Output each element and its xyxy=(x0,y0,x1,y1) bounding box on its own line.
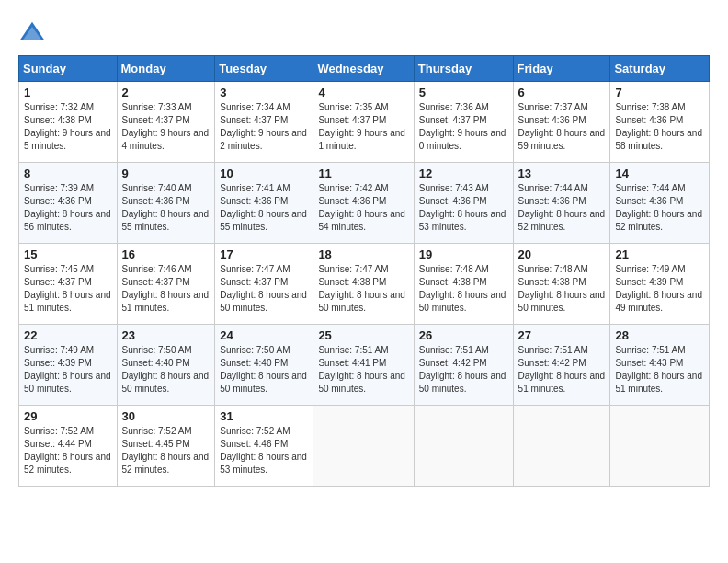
day-number: 30 xyxy=(122,409,210,423)
calendar-cell xyxy=(414,406,513,487)
day-number: 9 xyxy=(122,167,210,180)
day-info: Sunrise: 7:33 AMSunset: 4:37 PMDaylight:… xyxy=(122,102,210,151)
day-info: Sunrise: 7:44 AMSunset: 4:36 PMDaylight:… xyxy=(518,183,606,232)
day-info: Sunrise: 7:38 AMSunset: 4:36 PMDaylight:… xyxy=(615,102,702,151)
day-info: Sunrise: 7:47 AMSunset: 4:38 PMDaylight:… xyxy=(318,264,405,313)
day-number: 31 xyxy=(220,409,308,423)
day-number: 8 xyxy=(24,167,112,180)
week-row-1: 1 Sunrise: 7:32 AMSunset: 4:38 PMDayligh… xyxy=(19,82,710,163)
calendar-cell: 18 Sunrise: 7:47 AMSunset: 4:38 PMDaylig… xyxy=(313,244,414,325)
day-number: 14 xyxy=(615,167,704,180)
day-number: 2 xyxy=(122,86,210,99)
weekday-header-wednesday: Wednesday xyxy=(313,56,414,82)
calendar-cell xyxy=(313,406,414,487)
calendar-cell: 4 Sunrise: 7:35 AMSunset: 4:37 PMDayligh… xyxy=(313,82,414,163)
day-number: 20 xyxy=(518,247,606,261)
calendar-cell: 17 Sunrise: 7:47 AMSunset: 4:37 PMDaylig… xyxy=(215,244,313,325)
day-info: Sunrise: 7:48 AMSunset: 4:38 PMDaylight:… xyxy=(518,264,606,313)
day-info: Sunrise: 7:50 AMSunset: 4:40 PMDaylight:… xyxy=(220,345,307,394)
day-number: 23 xyxy=(122,328,210,342)
calendar-cell: 29 Sunrise: 7:52 AMSunset: 4:44 PMDaylig… xyxy=(19,406,118,487)
day-number: 13 xyxy=(518,167,606,180)
day-info: Sunrise: 7:42 AMSunset: 4:36 PMDaylight:… xyxy=(318,183,405,232)
day-number: 6 xyxy=(518,86,606,99)
calendar-cell: 10 Sunrise: 7:41 AMSunset: 4:36 PMDaylig… xyxy=(215,163,313,244)
day-number: 27 xyxy=(518,328,606,342)
calendar-cell: 23 Sunrise: 7:50 AMSunset: 4:40 PMDaylig… xyxy=(117,325,215,406)
calendar-cell: 12 Sunrise: 7:43 AMSunset: 4:36 PMDaylig… xyxy=(414,163,513,244)
calendar-cell: 28 Sunrise: 7:51 AMSunset: 4:43 PMDaylig… xyxy=(610,325,710,406)
day-info: Sunrise: 7:44 AMSunset: 4:36 PMDaylight:… xyxy=(615,183,702,232)
day-info: Sunrise: 7:36 AMSunset: 4:37 PMDaylight:… xyxy=(419,102,506,151)
calendar-cell: 6 Sunrise: 7:37 AMSunset: 4:36 PMDayligh… xyxy=(513,82,610,163)
day-number: 12 xyxy=(419,167,508,180)
day-info: Sunrise: 7:48 AMSunset: 4:38 PMDaylight:… xyxy=(419,264,506,313)
day-info: Sunrise: 7:49 AMSunset: 4:39 PMDaylight:… xyxy=(24,345,111,394)
week-row-4: 22 Sunrise: 7:49 AMSunset: 4:39 PMDaylig… xyxy=(19,325,710,406)
day-info: Sunrise: 7:46 AMSunset: 4:37 PMDaylight:… xyxy=(122,264,210,313)
day-number: 22 xyxy=(24,328,112,342)
day-number: 24 xyxy=(220,328,308,342)
calendar-cell: 30 Sunrise: 7:52 AMSunset: 4:45 PMDaylig… xyxy=(117,406,215,487)
day-info: Sunrise: 7:39 AMSunset: 4:36 PMDaylight:… xyxy=(24,183,111,232)
day-number: 25 xyxy=(318,328,408,342)
day-number: 26 xyxy=(419,328,508,342)
day-info: Sunrise: 7:51 AMSunset: 4:43 PMDaylight:… xyxy=(615,345,702,394)
weekday-header-thursday: Thursday xyxy=(414,56,513,82)
day-info: Sunrise: 7:35 AMSunset: 4:37 PMDaylight:… xyxy=(318,102,405,151)
day-number: 7 xyxy=(615,86,704,99)
day-number: 3 xyxy=(220,86,308,99)
week-row-3: 15 Sunrise: 7:45 AMSunset: 4:37 PMDaylig… xyxy=(19,244,710,325)
day-number: 1 xyxy=(24,86,112,99)
calendar-cell: 14 Sunrise: 7:44 AMSunset: 4:36 PMDaylig… xyxy=(610,163,710,244)
weekday-header-monday: Monday xyxy=(117,56,215,82)
day-info: Sunrise: 7:32 AMSunset: 4:38 PMDaylight:… xyxy=(24,102,111,151)
calendar-cell: 22 Sunrise: 7:49 AMSunset: 4:39 PMDaylig… xyxy=(19,325,118,406)
day-info: Sunrise: 7:49 AMSunset: 4:39 PMDaylight:… xyxy=(615,264,702,313)
day-number: 4 xyxy=(318,86,408,99)
calendar-cell: 13 Sunrise: 7:44 AMSunset: 4:36 PMDaylig… xyxy=(513,163,610,244)
day-info: Sunrise: 7:37 AMSunset: 4:36 PMDaylight:… xyxy=(518,102,606,151)
calendar-cell: 26 Sunrise: 7:51 AMSunset: 4:42 PMDaylig… xyxy=(414,325,513,406)
day-number: 29 xyxy=(24,409,112,423)
day-number: 11 xyxy=(318,167,408,180)
calendar-cell: 31 Sunrise: 7:52 AMSunset: 4:46 PMDaylig… xyxy=(215,406,313,487)
calendar-cell: 3 Sunrise: 7:34 AMSunset: 4:37 PMDayligh… xyxy=(215,82,313,163)
calendar-table: SundayMondayTuesdayWednesdayThursdayFrid… xyxy=(18,55,710,487)
week-row-2: 8 Sunrise: 7:39 AMSunset: 4:36 PMDayligh… xyxy=(19,163,710,244)
day-info: Sunrise: 7:50 AMSunset: 4:40 PMDaylight:… xyxy=(122,345,210,394)
day-number: 15 xyxy=(24,247,112,261)
calendar-cell: 2 Sunrise: 7:33 AMSunset: 4:37 PMDayligh… xyxy=(117,82,215,163)
calendar-cell: 8 Sunrise: 7:39 AMSunset: 4:36 PMDayligh… xyxy=(19,163,118,244)
calendar-cell: 7 Sunrise: 7:38 AMSunset: 4:36 PMDayligh… xyxy=(610,82,710,163)
weekday-header-row: SundayMondayTuesdayWednesdayThursdayFrid… xyxy=(19,56,710,82)
weekday-header-sunday: Sunday xyxy=(19,56,118,82)
calendar-cell: 1 Sunrise: 7:32 AMSunset: 4:38 PMDayligh… xyxy=(19,82,118,163)
day-info: Sunrise: 7:51 AMSunset: 4:42 PMDaylight:… xyxy=(419,345,506,394)
calendar-cell: 25 Sunrise: 7:51 AMSunset: 4:41 PMDaylig… xyxy=(313,325,414,406)
day-info: Sunrise: 7:40 AMSunset: 4:36 PMDaylight:… xyxy=(122,183,210,232)
calendar-cell xyxy=(513,406,610,487)
calendar-cell: 27 Sunrise: 7:51 AMSunset: 4:42 PMDaylig… xyxy=(513,325,610,406)
day-info: Sunrise: 7:51 AMSunset: 4:41 PMDaylight:… xyxy=(318,345,405,394)
week-row-5: 29 Sunrise: 7:52 AMSunset: 4:44 PMDaylig… xyxy=(19,406,710,487)
calendar-cell: 21 Sunrise: 7:49 AMSunset: 4:39 PMDaylig… xyxy=(610,244,710,325)
calendar-body: 1 Sunrise: 7:32 AMSunset: 4:38 PMDayligh… xyxy=(19,82,710,487)
day-number: 28 xyxy=(615,328,704,342)
calendar-cell: 5 Sunrise: 7:36 AMSunset: 4:37 PMDayligh… xyxy=(414,82,513,163)
day-info: Sunrise: 7:43 AMSunset: 4:36 PMDaylight:… xyxy=(419,183,506,232)
day-number: 19 xyxy=(419,247,508,261)
calendar-cell: 24 Sunrise: 7:50 AMSunset: 4:40 PMDaylig… xyxy=(215,325,313,406)
weekday-header-saturday: Saturday xyxy=(610,56,710,82)
calendar-cell: 20 Sunrise: 7:48 AMSunset: 4:38 PMDaylig… xyxy=(513,244,610,325)
day-info: Sunrise: 7:45 AMSunset: 4:37 PMDaylight:… xyxy=(24,264,111,313)
weekday-header-tuesday: Tuesday xyxy=(215,56,313,82)
calendar-cell: 15 Sunrise: 7:45 AMSunset: 4:37 PMDaylig… xyxy=(19,244,118,325)
day-info: Sunrise: 7:52 AMSunset: 4:44 PMDaylight:… xyxy=(24,426,111,475)
day-info: Sunrise: 7:52 AMSunset: 4:46 PMDaylight:… xyxy=(220,426,307,475)
day-info: Sunrise: 7:41 AMSunset: 4:36 PMDaylight:… xyxy=(220,183,307,232)
weekday-header-friday: Friday xyxy=(513,56,610,82)
day-number: 5 xyxy=(419,86,508,99)
calendar-cell: 16 Sunrise: 7:46 AMSunset: 4:37 PMDaylig… xyxy=(117,244,215,325)
day-info: Sunrise: 7:47 AMSunset: 4:37 PMDaylight:… xyxy=(220,264,307,313)
